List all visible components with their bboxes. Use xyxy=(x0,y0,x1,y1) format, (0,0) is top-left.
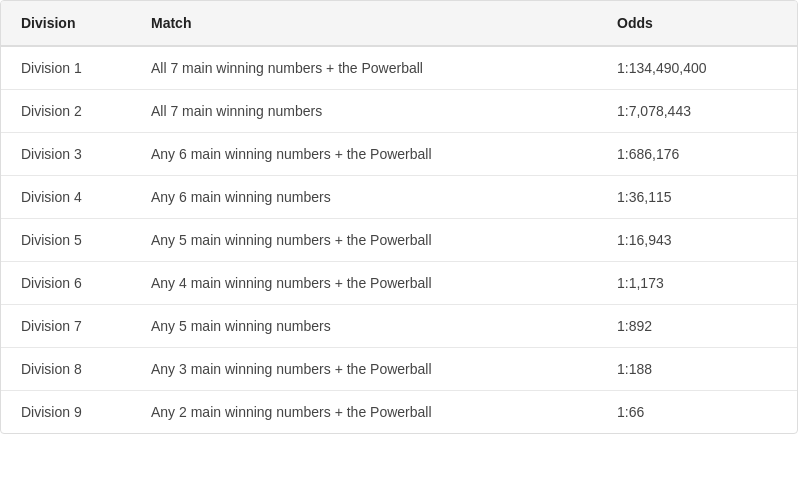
cell-odds: 1:188 xyxy=(597,348,797,391)
table-row: Division 4Any 6 main winning numbers1:36… xyxy=(1,176,797,219)
table-row: Division 5Any 5 main winning numbers + t… xyxy=(1,219,797,262)
cell-match: All 7 main winning numbers xyxy=(131,90,597,133)
cell-odds: 1:16,943 xyxy=(597,219,797,262)
cell-match: Any 5 main winning numbers xyxy=(131,305,597,348)
cell-division: Division 9 xyxy=(1,391,131,434)
cell-odds: 1:892 xyxy=(597,305,797,348)
cell-odds: 1:36,115 xyxy=(597,176,797,219)
table-row: Division 3Any 6 main winning numbers + t… xyxy=(1,133,797,176)
cell-division: Division 2 xyxy=(1,90,131,133)
cell-odds: 1:7,078,443 xyxy=(597,90,797,133)
cell-match: Any 6 main winning numbers xyxy=(131,176,597,219)
cell-odds: 1:134,490,400 xyxy=(597,46,797,90)
cell-match: Any 2 main winning numbers + the Powerba… xyxy=(131,391,597,434)
cell-match: All 7 main winning numbers + the Powerba… xyxy=(131,46,597,90)
cell-match: Any 6 main winning numbers + the Powerba… xyxy=(131,133,597,176)
cell-match: Any 4 main winning numbers + the Powerba… xyxy=(131,262,597,305)
header-odds: Odds xyxy=(597,1,797,46)
table-row: Division 8Any 3 main winning numbers + t… xyxy=(1,348,797,391)
cell-odds: 1:66 xyxy=(597,391,797,434)
header-division: Division xyxy=(1,1,131,46)
cell-odds: 1:1,173 xyxy=(597,262,797,305)
cell-division: Division 3 xyxy=(1,133,131,176)
cell-division: Division 8 xyxy=(1,348,131,391)
table-header-row: Division Match Odds xyxy=(1,1,797,46)
table-row: Division 1All 7 main winning numbers + t… xyxy=(1,46,797,90)
table-row: Division 7Any 5 main winning numbers1:89… xyxy=(1,305,797,348)
cell-division: Division 4 xyxy=(1,176,131,219)
table-row: Division 6Any 4 main winning numbers + t… xyxy=(1,262,797,305)
cell-odds: 1:686,176 xyxy=(597,133,797,176)
odds-table: Division Match Odds Division 1All 7 main… xyxy=(1,1,797,433)
cell-division: Division 7 xyxy=(1,305,131,348)
cell-division: Division 1 xyxy=(1,46,131,90)
cell-division: Division 6 xyxy=(1,262,131,305)
table-row: Division 2All 7 main winning numbers1:7,… xyxy=(1,90,797,133)
odds-table-container: Division Match Odds Division 1All 7 main… xyxy=(0,0,798,434)
cell-division: Division 5 xyxy=(1,219,131,262)
cell-match: Any 5 main winning numbers + the Powerba… xyxy=(131,219,597,262)
header-match: Match xyxy=(131,1,597,46)
table-row: Division 9Any 2 main winning numbers + t… xyxy=(1,391,797,434)
cell-match: Any 3 main winning numbers + the Powerba… xyxy=(131,348,597,391)
